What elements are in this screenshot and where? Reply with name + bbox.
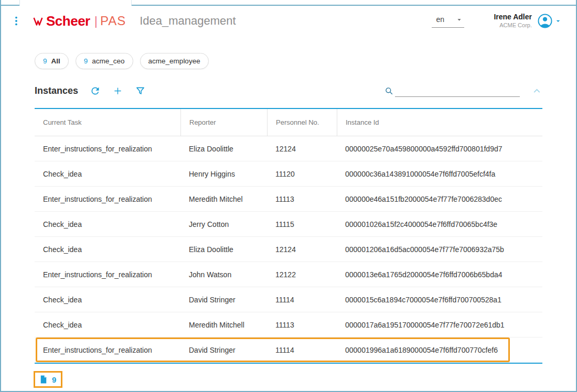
- cell-personnel-no: 12124: [267, 145, 337, 153]
- cell-reporter: David Stringer: [180, 346, 267, 354]
- cell-instance-id: 0000015c6a1894c7000054e7f6ffd700700528a1: [337, 296, 542, 304]
- table-row[interactable]: Enter_instructions_for_realizationEliza …: [35, 136, 542, 161]
- user-company: ACME Corp.: [494, 22, 532, 29]
- cell-reporter: David Stringer: [180, 296, 267, 304]
- refresh-icon[interactable]: [90, 85, 101, 96]
- cell-personnel-no: 11114: [267, 346, 337, 354]
- scheer-logo-icon: [33, 16, 44, 27]
- language-select[interactable]: en: [432, 14, 464, 28]
- result-count: 9: [52, 375, 56, 384]
- cell-personnel-no: 11120: [267, 170, 337, 178]
- cell-current-task: Enter_instructions_for_realization: [35, 270, 180, 279]
- instances-toolbar: Instances: [35, 83, 542, 99]
- app-header: Scheer | PAS Idea_management en Irene Ad…: [1, 6, 576, 36]
- table-row[interactable]: Check_ideaMeredith Mitchell111130000017a…: [35, 312, 542, 337]
- cell-instance-id: 0000017a6a195170000054e7f77fe70072e61db1: [337, 321, 542, 329]
- column-header-personnel-no: Personnel No.: [267, 109, 337, 136]
- cell-current-task: Check_idea: [35, 321, 180, 329]
- search-box: [384, 84, 520, 97]
- search-input[interactable]: [395, 84, 520, 97]
- table-row[interactable]: Enter_instructions_for_realizationDavid …: [35, 337, 542, 363]
- cell-reporter: John Watson: [180, 270, 267, 279]
- result-count-box: 9: [34, 371, 62, 388]
- table-row[interactable]: Check_ideaDavid Stringer111140000015c6a1…: [35, 287, 542, 312]
- chip-label: acme_ceo: [92, 57, 124, 65]
- cell-reporter: Eliza Doolittle: [180, 145, 267, 153]
- column-header-reporter: Reporter: [180, 109, 267, 136]
- add-icon[interactable]: [112, 85, 123, 96]
- cell-current-task: Enter_instructions_for_realization: [35, 346, 180, 354]
- cell-current-task: Enter_instructions_for_realization: [35, 145, 180, 153]
- filter-chip-acme-employee[interactable]: acme_employee: [140, 53, 209, 69]
- language-value: en: [436, 15, 444, 24]
- header-right: en Irene Adler ACME Corp.: [432, 13, 562, 29]
- page-title: Idea_management: [140, 14, 236, 28]
- cell-instance-id: 000001026a15f2c4000054e7f6ffd70065bc4f3e: [337, 220, 542, 228]
- collapse-chevron-icon[interactable]: [531, 85, 542, 96]
- chip-count: 9: [43, 57, 47, 65]
- user-name: Irene Adler: [494, 13, 532, 22]
- cell-current-task: Check_idea: [35, 220, 180, 228]
- table-row[interactable]: Enter_instructions_for_realizationJohn W…: [35, 262, 542, 287]
- user-info: Irene Adler ACME Corp.: [494, 13, 532, 29]
- chip-count: 9: [84, 57, 88, 65]
- cell-instance-id: 00000025e70a459800000a4592ffd700801fd9d7: [337, 145, 542, 153]
- cell-reporter: Meredith Mitchel: [180, 195, 267, 203]
- filter-chip-all[interactable]: 9 All: [35, 53, 69, 69]
- cell-personnel-no: 11114: [267, 296, 337, 304]
- column-header-instance-id: Instance Id: [337, 109, 542, 136]
- cell-personnel-no: 11113: [267, 321, 337, 329]
- cell-reporter: Eliza Doolittle: [180, 245, 267, 254]
- instances-table: Current Task Reporter Personnel No. Inst…: [35, 108, 542, 364]
- cell-current-task: Check_idea: [35, 296, 180, 304]
- kebab-menu-icon[interactable]: [8, 13, 24, 29]
- table-body: Enter_instructions_for_realizationEliza …: [35, 136, 542, 363]
- user-avatar-icon[interactable]: [537, 13, 553, 29]
- cell-current-task: Enter_instructions_for_realization: [35, 195, 180, 203]
- filter-chip-bar: 9 All 9 acme_ceo acme_employee: [35, 53, 576, 69]
- cell-reporter: Meredith Mitchell: [180, 321, 267, 329]
- cell-instance-id: 0000013e6a1765d2000054e7f6ffd7006b65bda4: [337, 270, 542, 279]
- cell-personnel-no: 12124: [267, 245, 337, 254]
- document-icon: [39, 375, 48, 384]
- brand-name: Scheer: [46, 13, 90, 29]
- user-menu-caret-icon[interactable]: [554, 17, 562, 25]
- cell-current-task: Check_idea: [35, 245, 180, 254]
- search-icon: [384, 86, 394, 97]
- cell-instance-id: 000001206a16d5ac000054e7f77fe7006932a75b: [337, 245, 542, 254]
- cell-current-task: Check_idea: [35, 170, 180, 178]
- window-tab: [19, 0, 132, 6]
- brand-logo: Scheer | PAS: [33, 13, 126, 29]
- filter-chip-acme-ceo[interactable]: 9 acme_ceo: [76, 53, 133, 69]
- table-row[interactable]: Check_ideaJerry Cotton11115000001026a15f…: [35, 212, 542, 237]
- cell-instance-id: 000000e46a151fb2000054e7f77fe7006283d0ec: [337, 195, 542, 203]
- chip-label: All: [51, 57, 60, 65]
- chip-label: acme_employee: [148, 57, 200, 65]
- table-row[interactable]: Check_ideaEliza Doolittle12124000001206a…: [35, 237, 542, 262]
- section-title: Instances: [35, 85, 78, 96]
- cell-reporter: Henry Higgins: [180, 170, 267, 178]
- column-header-current-task: Current Task: [35, 109, 180, 136]
- table-header-row: Current Task Reporter Personnel No. Inst…: [35, 109, 542, 136]
- cell-personnel-no: 11115: [267, 220, 337, 228]
- cell-instance-id: 000000c36a143891000054e7f6ffd7005efcf4fa: [337, 170, 542, 178]
- cell-personnel-no: 12122: [267, 270, 337, 279]
- brand-product: PAS: [100, 14, 126, 28]
- cell-reporter: Jerry Cotton: [180, 220, 267, 228]
- table-row[interactable]: Check_ideaHenry Higgins11120000000c36a14…: [35, 161, 542, 187]
- brand-divider: |: [94, 14, 98, 28]
- table-row[interactable]: Enter_instructions_for_realizationMeredi…: [35, 187, 542, 212]
- cell-personnel-no: 11113: [267, 195, 337, 203]
- filter-icon[interactable]: [135, 85, 146, 96]
- app-window: Scheer | PAS Idea_management en Irene Ad…: [0, 0, 577, 392]
- caret-down-icon: [455, 16, 463, 24]
- cell-instance-id: 000001996a1a6189000054e7f6ffd700770cfef6: [337, 346, 542, 354]
